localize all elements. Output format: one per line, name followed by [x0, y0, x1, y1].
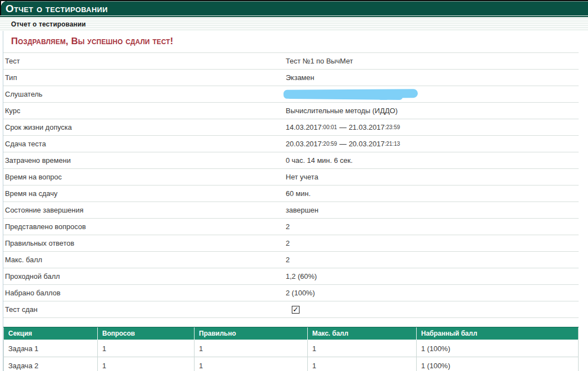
row-value: 0 час. 14 мин. 6 сек.	[286, 152, 353, 168]
row-label: Тип	[3, 73, 17, 82]
row-label: Набрано баллов	[3, 289, 60, 297]
row-label: Затрачено времени	[3, 156, 71, 165]
row-value: 1,2 (60%)	[286, 268, 317, 284]
row-value: Экзамен	[286, 70, 314, 86]
page-title: Отчет о тестировании	[6, 2, 588, 15]
report-row: Макс. балл2	[3, 252, 579, 268]
summary-cell: 1 (100%)	[417, 357, 579, 371]
report-row: Тест сдан✓	[3, 301, 579, 318]
row-value: завершен	[286, 202, 318, 218]
summary-cell: Задача 2	[4, 357, 98, 371]
redaction-scribble	[284, 89, 418, 99]
report-row: Время на вопросНет учета	[3, 169, 579, 186]
row-value: ✓	[286, 301, 300, 317]
row-value: Тест №1 по ВычМет	[286, 53, 353, 69]
date-separator: —	[337, 140, 349, 148]
summary-header-cell: Набранный балл	[417, 327, 579, 340]
summary-cell: 1 (100%)	[417, 340, 579, 357]
congrats-message: Поздравляем, Вы успешно сдали тест!	[11, 36, 588, 47]
row-label: Срок жизни допуска	[3, 123, 72, 131]
report-row: Представлено вопросов2	[3, 219, 579, 235]
report-row: Проходной балл1,2 (60%)	[3, 268, 579, 285]
row-value	[286, 86, 418, 102]
breadcrumb-bar: Отчет о тестировании	[0, 17, 588, 31]
summary-header-cell: Макс. балл	[308, 327, 417, 340]
row-value-text: 2	[286, 256, 290, 264]
start-time: :00:01	[322, 124, 337, 130]
row-value: 2	[286, 235, 290, 251]
row-label: Время на сдачу	[3, 189, 57, 198]
row-label: Состояние завершения	[3, 206, 83, 214]
title-bar: Отчет о тестировании	[0, 0, 588, 15]
row-label: Слушатель	[3, 90, 43, 98]
row-value: 14.03.2017:00:01—21.03.2017:23:59	[286, 119, 400, 135]
report-row: Затрачено времени0 час. 14 мин. 6 сек.	[3, 152, 579, 169]
summary-header-cell: Секция	[4, 327, 98, 340]
row-value: 60 мин.	[286, 186, 311, 202]
row-label: Тест	[3, 57, 20, 65]
row-value: Вычислительные методы (ИДДО)	[286, 103, 397, 119]
row-value: 2 (100%)	[286, 285, 315, 301]
row-value-text: завершен	[286, 206, 318, 214]
row-value: 2	[286, 219, 290, 235]
scribble-stroke	[379, 95, 389, 100]
end-time: :21:13	[385, 141, 400, 147]
row-value: 2	[286, 252, 290, 268]
date-separator: —	[337, 123, 349, 131]
breadcrumb: Отчет о тестировании	[0, 20, 86, 28]
summary-cell: 1	[308, 357, 417, 371]
report-row: Слушатель	[3, 86, 579, 103]
row-label: Представлено вопросов	[3, 222, 86, 231]
row-value-text: Вычислительные методы (ИДДО)	[286, 107, 397, 115]
summary-header-cell: Правильно	[195, 327, 308, 340]
report-row: Состояние завершениязавершен	[3, 202, 579, 219]
end-time: :23:59	[385, 124, 400, 130]
summary-cell: 1	[195, 357, 308, 371]
summary-row: Задача 11111 (100%)	[4, 340, 579, 357]
report-row: Срок жизни допуска14.03.2017:00:01—21.03…	[3, 119, 579, 136]
row-value-text: 2	[286, 222, 290, 231]
row-value-text: Экзамен	[286, 73, 314, 82]
report-rows: ТестТест №1 по ВычМетТипЭкзаменСлушатель…	[3, 52, 579, 318]
report-row: Время на сдачу60 мин.	[3, 186, 579, 202]
start-time: :20:59	[322, 141, 337, 147]
summary-cell: 1	[98, 340, 195, 357]
start-date: 20.03.2017	[286, 140, 322, 148]
row-value-text: Нет учета	[286, 173, 318, 181]
report-row: Правильных ответов2	[3, 235, 579, 252]
row-value-text: 2 (100%)	[286, 289, 315, 297]
row-value: Нет учета	[286, 169, 318, 185]
test-passed-checkbox[interactable]: ✓	[292, 306, 300, 314]
row-label: Время на вопрос	[3, 173, 62, 181]
summary-header-row: СекцияВопросовПравильноМакс. баллНабранн…	[4, 327, 579, 340]
row-label: Курс	[3, 107, 20, 115]
row-value: 20.03.2017:20:59—20.03.2017:21:13	[286, 136, 400, 152]
row-value-text: 0 час. 14 мин. 6 сек.	[286, 156, 353, 165]
row-label: Правильных ответов	[3, 239, 74, 247]
summary-cell: 1	[308, 340, 417, 357]
summary-table: СекцияВопросовПравильноМакс. баллНабранн…	[3, 327, 579, 371]
summary-row: Задача 21111 (100%)	[4, 357, 579, 371]
summary-header-cell: Вопросов	[98, 327, 195, 340]
row-value-text: 2	[286, 239, 290, 247]
report-row: КурсВычислительные методы (ИДДО)	[3, 103, 579, 119]
row-label: Сдача теста	[3, 140, 46, 148]
start-date: 14.03.2017	[286, 123, 322, 131]
summary-cell: Задача 1	[4, 340, 98, 357]
summary-cell: 1	[98, 357, 195, 371]
row-label: Макс. балл	[3, 256, 42, 264]
summary-cell: 1	[195, 340, 308, 357]
row-value-text: 60 мин.	[286, 189, 311, 198]
row-label: Тест сдан	[3, 305, 38, 314]
end-date: 20.03.2017	[349, 140, 385, 148]
row-value-text: Тест №1 по ВычМет	[286, 57, 353, 65]
report-row: ТипЭкзамен	[3, 70, 579, 86]
end-date: 21.03.2017	[349, 123, 385, 131]
report-row: ТестТест №1 по ВычМет	[3, 53, 579, 70]
row-label: Проходной балл	[3, 272, 60, 280]
report-row: Набрано баллов2 (100%)	[3, 285, 579, 301]
report-row: Сдача теста20.03.2017:20:59—20.03.2017:2…	[3, 136, 579, 152]
row-value-text: 1,2 (60%)	[286, 272, 317, 280]
